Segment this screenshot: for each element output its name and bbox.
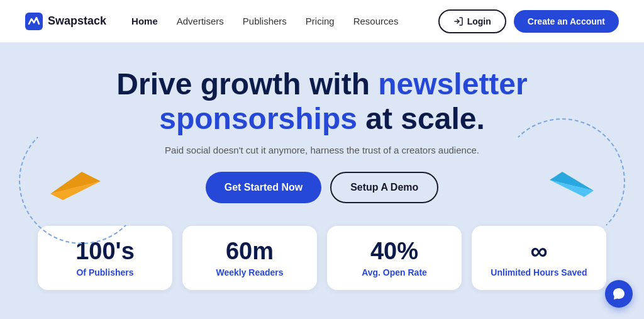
stat-open-rate-label: Avg. Open Rate	[346, 267, 443, 277]
stat-open-rate-value: 40%	[346, 238, 443, 265]
plane-right-icon	[550, 169, 594, 200]
stat-readers-value: 60m	[201, 238, 298, 265]
logo-icon	[25, 13, 43, 30]
plane-left-icon	[50, 169, 101, 200]
stat-hours-saved-label: Unlimited Hours Saved	[491, 267, 587, 277]
nav-resources[interactable]: Resources	[353, 16, 399, 26]
hero-headline: Drive growth with newslettersponsorships…	[108, 67, 536, 136]
nav-home[interactable]: Home	[131, 16, 158, 26]
hero-headline-highlight: newslettersponsorships	[159, 67, 527, 135]
stat-readers: 60m Weekly Readers	[182, 226, 317, 290]
setup-demo-button[interactable]: Setup A Demo	[330, 172, 438, 203]
login-label: Login	[467, 16, 491, 26]
nav-pricing[interactable]: Pricing	[306, 16, 335, 26]
nav-links: Home Advertisers Publishers Pricing Reso…	[131, 16, 438, 26]
stat-publishers-label: Of Publishers	[57, 267, 153, 277]
login-button[interactable]: Login	[438, 9, 506, 33]
get-started-button[interactable]: Get Started Now	[206, 172, 321, 203]
stat-open-rate: 40% Avg. Open Rate	[327, 226, 462, 290]
nav-actions: Login Create an Account	[438, 9, 619, 33]
create-account-button[interactable]: Create an Account	[514, 10, 619, 33]
nav-advertisers[interactable]: Advertisers	[177, 16, 224, 26]
nav-publishers[interactable]: Publishers	[243, 16, 287, 26]
logo-text: Swapstack	[48, 14, 106, 28]
navbar: Swapstack Home Advertisers Publishers Pr…	[0, 0, 644, 43]
hero-section: Drive growth with newslettersponsorships…	[0, 43, 644, 309]
chat-icon	[612, 287, 626, 301]
logo[interactable]: Swapstack	[25, 13, 106, 30]
chat-bubble[interactable]	[605, 280, 633, 308]
login-icon	[453, 16, 464, 26]
stat-readers-label: Weekly Readers	[201, 267, 298, 277]
